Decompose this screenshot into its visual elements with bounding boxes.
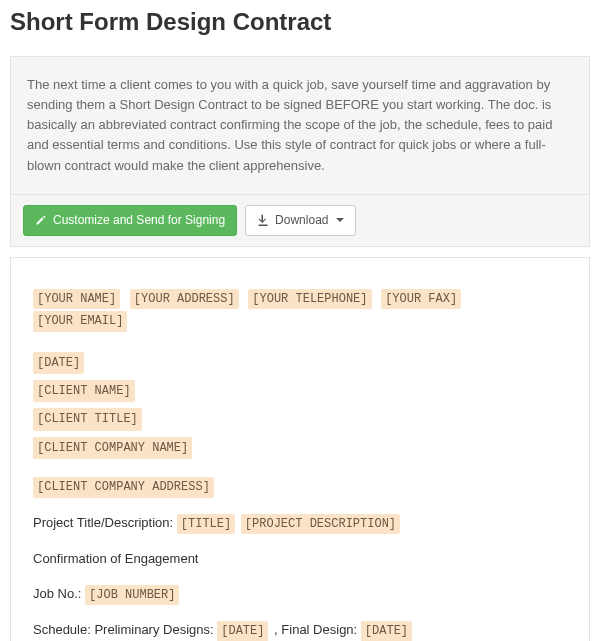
document-body: [YOUR NAME] [YOUR ADDRESS] [YOUR TELEPHO… bbox=[10, 257, 590, 642]
placeholder-your-telephone[interactable]: [YOUR TELEPHONE] bbox=[248, 289, 371, 310]
placeholder-client-name[interactable]: [CLIENT NAME] bbox=[33, 380, 135, 402]
placeholder-job-number[interactable]: [JOB NUMBER] bbox=[85, 585, 179, 606]
final-label: , Final Design: bbox=[274, 622, 357, 637]
placeholder-schedule-date1[interactable]: [DATE] bbox=[217, 621, 268, 641]
placeholder-title[interactable]: [TITLE] bbox=[177, 514, 235, 535]
download-label: Download bbox=[275, 212, 328, 229]
chevron-down-icon bbox=[336, 218, 344, 222]
intro-box: The next time a client comes to you with… bbox=[10, 56, 590, 195]
page-title: Short Form Design Contract bbox=[0, 0, 600, 46]
project-line: Project Title/Description: [TITLE] [PROJ… bbox=[33, 513, 567, 536]
placeholder-schedule-date2[interactable]: [DATE] bbox=[361, 621, 412, 641]
schedule-label: Schedule: Preliminary Designs: bbox=[33, 622, 214, 637]
download-icon bbox=[257, 214, 269, 226]
jobno-label: Job No.: bbox=[33, 586, 81, 601]
placeholder-your-email[interactable]: [YOUR EMAIL] bbox=[33, 311, 127, 332]
schedule-line: Schedule: Preliminary Designs: [DATE] , … bbox=[33, 620, 567, 641]
confirmation-line: Confirmation of Engagement bbox=[33, 549, 567, 569]
toolbar: Customize and Send for Signing Download bbox=[10, 195, 590, 247]
project-label: Project Title/Description: bbox=[33, 515, 173, 530]
placeholder-client-title[interactable]: [CLIENT TITLE] bbox=[33, 408, 142, 430]
placeholder-project-description[interactable]: [PROJECT DESCRIPTION] bbox=[241, 514, 400, 535]
customize-send-button[interactable]: Customize and Send for Signing bbox=[23, 205, 237, 236]
placeholder-your-fax[interactable]: [YOUR FAX] bbox=[381, 289, 461, 310]
jobno-line: Job No.: [JOB NUMBER] bbox=[33, 584, 567, 607]
pencil-icon bbox=[35, 214, 47, 226]
client-block: [DATE] [CLIENT NAME] [CLIENT TITLE] [CLI… bbox=[33, 351, 567, 461]
placeholder-your-name[interactable]: [YOUR NAME] bbox=[33, 289, 120, 310]
your-info-row: [YOUR NAME] [YOUR ADDRESS] [YOUR TELEPHO… bbox=[33, 288, 567, 333]
customize-send-label: Customize and Send for Signing bbox=[53, 212, 225, 229]
placeholder-client-company-name[interactable]: [CLIENT COMPANY NAME] bbox=[33, 437, 192, 459]
placeholder-your-address[interactable]: [YOUR ADDRESS] bbox=[130, 289, 239, 310]
intro-text: The next time a client comes to you with… bbox=[27, 77, 552, 173]
placeholder-client-company-address[interactable]: [CLIENT COMPANY ADDRESS] bbox=[33, 477, 214, 498]
download-button[interactable]: Download bbox=[245, 205, 356, 236]
placeholder-date[interactable]: [DATE] bbox=[33, 352, 84, 374]
